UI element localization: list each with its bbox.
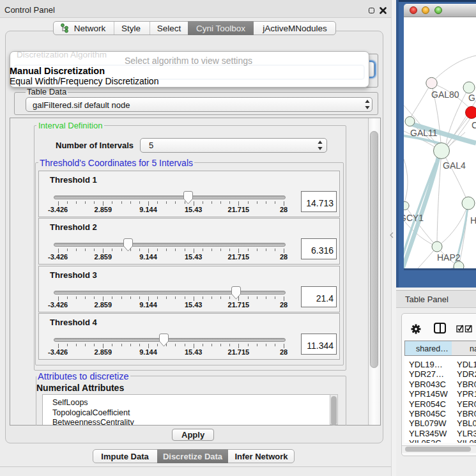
svg-text:HAP2: HAP2 <box>437 252 461 263</box>
svg-text:GAL80: GAL80 <box>431 89 459 100</box>
svg-text:GCY1: GCY1 <box>404 213 424 223</box>
svg-text:C: C <box>472 120 476 130</box>
svg-text:GAL11: GAL11 <box>410 128 438 138</box>
svg-text:G: G <box>468 93 475 103</box>
svg-text:GAL4: GAL4 <box>443 160 466 171</box>
svg-text:H: H <box>470 215 476 226</box>
